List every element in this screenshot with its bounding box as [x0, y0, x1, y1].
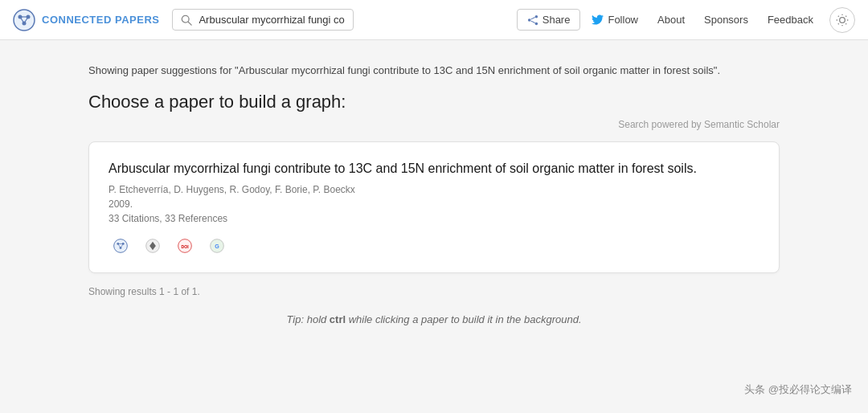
sponsors-button[interactable]: Sponsors	[696, 9, 756, 31]
follow-button[interactable]: Follow	[583, 9, 646, 31]
showing-suffix: ".	[714, 64, 720, 76]
svg-line-13	[530, 20, 534, 22]
main-content: Showing paper suggestions for "Arbuscula…	[72, 40, 796, 358]
google-scholar-link-button[interactable]: G	[205, 234, 229, 258]
svg-text:G: G	[215, 243, 219, 249]
paper-icon-group: DOI G	[108, 234, 760, 258]
twitter-icon	[592, 14, 604, 25]
header-nav: Share Follow About Sponsors Feedback	[517, 7, 855, 33]
sun-icon	[836, 14, 849, 27]
logo-icon	[13, 9, 35, 31]
svg-point-14	[840, 17, 845, 22]
semantic-credit: Search powered by Semantic Scholar	[88, 119, 780, 130]
logo-link[interactable]: CONNECTED PAPERS	[13, 9, 159, 31]
sponsors-label: Sponsors	[704, 14, 748, 26]
tip-text: Tip: hold ctrl while clicking a paper to…	[88, 313, 780, 325]
cp-paper-icon	[113, 239, 128, 253]
about-button[interactable]: About	[649, 9, 693, 31]
showing-prefix: Showing paper suggestions for "	[88, 64, 239, 76]
page-heading: Choose a paper to build a graph:	[88, 92, 780, 112]
feedback-button[interactable]: Feedback	[760, 9, 821, 31]
showing-text: Showing paper suggestions for "Arbuscula…	[88, 63, 780, 79]
share-label: Share	[542, 14, 571, 26]
svg-point-10	[528, 18, 531, 22]
share-icon	[527, 14, 538, 26]
header: CONNECTED PAPERS Share Follow	[0, 0, 868, 40]
results-count: Showing results 1 - 1 of 1.	[88, 286, 780, 297]
search-bar	[172, 9, 353, 31]
showing-query: Arbuscular mycorrhizal fungi contribute …	[239, 64, 714, 76]
svg-line-18	[845, 23, 846, 24]
semantic-scholar-link-button[interactable]	[141, 234, 165, 258]
svg-point-23	[114, 239, 128, 253]
search-input[interactable]	[199, 14, 344, 26]
search-icon	[181, 14, 192, 26]
tip-suffix: while clicking a paper to build it in th…	[346, 313, 581, 325]
doi-icon: DOI	[178, 239, 192, 253]
svg-text:DOI: DOI	[181, 243, 189, 248]
paper-year: 2009.	[108, 198, 760, 210]
paper-stats: 33 Citations, 33 References	[108, 213, 760, 224]
svg-line-17	[838, 15, 839, 16]
svg-point-9	[534, 14, 538, 18]
semantic-scholar-icon	[145, 239, 160, 253]
google-scholar-icon: G	[210, 239, 224, 253]
feedback-label: Feedback	[768, 14, 813, 26]
svg-point-11	[534, 22, 538, 25]
paper-authors: P. Etcheverría, D. Huygens, R. Godoy, F.…	[108, 184, 760, 195]
follow-label: Follow	[608, 14, 638, 26]
paper-title[interactable]: Arbuscular mycorrhizal fungi contribute …	[108, 160, 760, 178]
tip-ctrl: ctrl	[330, 313, 346, 325]
svg-line-12	[530, 17, 534, 19]
about-label: About	[657, 14, 685, 26]
tip-prefix: Tip: hold	[287, 313, 330, 325]
connected-papers-link-button[interactable]	[108, 234, 133, 258]
svg-line-21	[838, 23, 839, 24]
paper-card: Arbuscular mycorrhizal fungi contribute …	[88, 141, 780, 273]
share-button[interactable]: Share	[517, 9, 581, 31]
svg-point-0	[14, 10, 35, 31]
logo-text: CONNECTED PAPERS	[42, 14, 159, 26]
theme-toggle-button[interactable]	[829, 7, 855, 33]
doi-link-button[interactable]: DOI	[173, 234, 197, 258]
svg-line-22	[845, 15, 846, 16]
svg-line-8	[189, 22, 192, 25]
